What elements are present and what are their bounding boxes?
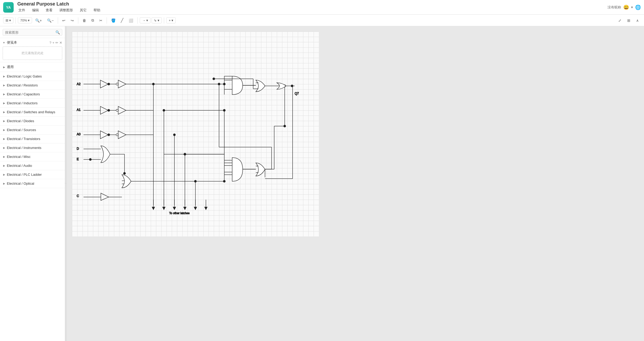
undo-button[interactable]: ↩: [60, 17, 67, 24]
zoom-in-button[interactable]: 🔍+: [33, 17, 44, 24]
insert-icon: +: [169, 18, 171, 22]
category-arrow-7: ▶: [3, 128, 5, 131]
search-input-wrap[interactable]: 🔍: [3, 29, 62, 36]
menu-view[interactable]: 查看: [45, 7, 54, 13]
title-area: General Purpose Latch 文件 编辑 查看 调整图形 其它 帮…: [17, 1, 607, 13]
sidebar-item-11[interactable]: ▶Electrical / Audio: [0, 161, 65, 170]
j-560-200: [218, 83, 220, 85]
or-gate-de: [101, 146, 110, 163]
insert-selector[interactable]: + ▾: [166, 17, 176, 23]
waypoint-selector[interactable]: ↳ ▾: [152, 17, 162, 23]
fill-button[interactable]: 🪣: [109, 17, 118, 24]
sidebar-item-12[interactable]: ▶Electrical / PLC Ladder: [0, 170, 65, 179]
label-a1: A1: [77, 108, 81, 112]
sidebar-item-10[interactable]: ▶Electrical / Misc: [0, 152, 65, 161]
junction-e: [89, 158, 91, 161]
junction-a2-1: [108, 83, 110, 85]
sidebar-item-1[interactable]: ▶Electrical / Logic Gates: [0, 72, 65, 81]
notebook-edit-btn[interactable]: ✏: [55, 41, 58, 45]
user-dropdown-icon[interactable]: ▾: [631, 5, 633, 9]
sep2: [58, 17, 58, 24]
notebook-help-btn[interactable]: ?: [49, 41, 51, 45]
invert-a2: [116, 83, 118, 85]
arrow-3: [173, 207, 176, 210]
sidebar-item-2[interactable]: ▶Electrical / Resistors: [0, 81, 65, 90]
sidebar-item-6[interactable]: ▶Electrical / Diodes: [0, 117, 65, 126]
inv-buf-a0: [118, 131, 126, 139]
titlebar: YA General Purpose Latch 文件 编辑 查看 调整图形 其…: [0, 0, 644, 15]
or-gate-bottom: [256, 163, 265, 176]
label-d: D: [77, 147, 79, 151]
notebook-collapse-arrow[interactable]: ▼: [3, 41, 5, 44]
shape-list: ▶通用▶Electrical / Logic Gates▶Electrical …: [0, 62, 65, 341]
j-feedback: [284, 125, 286, 127]
menu-adjust[interactable]: 调整图形: [58, 7, 74, 13]
and-gate-2: [232, 158, 243, 181]
fullscreen-button[interactable]: ⤢: [616, 17, 624, 24]
search-icon[interactable]: 🔍: [55, 30, 60, 34]
buffer-c: [101, 193, 109, 200]
menu-other[interactable]: 其它: [79, 7, 88, 13]
user-area[interactable]: 没有昵称 😀 ▾ 🌐: [607, 4, 641, 10]
frame-button[interactable]: ⬜: [127, 17, 135, 24]
category-arrow-9: ▶: [3, 146, 5, 149]
sidebar-item-5[interactable]: ▶Electrical / Switches and Relays: [0, 108, 65, 117]
language-icon[interactable]: 🌐: [635, 4, 641, 10]
sep1: [15, 17, 16, 24]
canvas[interactable]: A2 A1 A0 D E C Q7: [72, 32, 319, 236]
fullscreen-area: ⤢ ⊞ ∧: [616, 17, 641, 24]
or-gate-lower: [122, 175, 131, 188]
j-540-180: [213, 78, 215, 80]
zoom-out-button[interactable]: 🔍−: [45, 17, 56, 24]
connector-selector[interactable]: → ▾: [140, 17, 150, 23]
sidebar-item-9[interactable]: ▶Electrical / Instruments: [0, 143, 65, 152]
redo-button[interactable]: ↪: [69, 17, 76, 24]
label-a2: A2: [77, 82, 81, 86]
menu-bar: 文件 编辑 查看 调整图形 其它 帮助: [17, 7, 607, 13]
line-icon: ╱: [121, 18, 123, 23]
junction-lower-v: [123, 172, 126, 174]
sidebar-item-3[interactable]: ▶Electrical / Capacitors: [0, 90, 65, 99]
menu-file[interactable]: 文件: [17, 7, 26, 13]
category-label-7: Electrical / Sources: [7, 128, 36, 132]
sidebar-item-8[interactable]: ▶Electrical / Transistors: [0, 135, 65, 143]
circuit-diagram: A2 A1 A0 D E C Q7: [72, 32, 319, 236]
canvas-area[interactable]: A2 A1 A0 D E C Q7: [67, 26, 644, 341]
zoom-level: 70%: [20, 18, 27, 22]
notebook-add-btn[interactable]: +: [52, 41, 54, 45]
cut-button[interactable]: ✂: [97, 17, 105, 24]
collapse-button[interactable]: ∧: [634, 17, 641, 24]
menu-edit[interactable]: 编辑: [31, 7, 40, 13]
window-button[interactable]: ⊞: [625, 17, 632, 24]
line-color-button[interactable]: ╱: [119, 17, 126, 24]
inv-buf-a1: [118, 106, 126, 114]
sep6: [164, 17, 164, 24]
invert-a0: [116, 134, 118, 136]
category-label-1: Electrical / Logic Gates: [7, 74, 42, 78]
category-label-10: Electrical / Misc: [7, 155, 30, 159]
category-label-2: Electrical / Resistors: [7, 83, 38, 87]
sidebar-item-13[interactable]: ▶Electrical / Optical: [0, 179, 65, 188]
search-input[interactable]: [5, 30, 55, 34]
menu-help[interactable]: 帮助: [92, 7, 101, 13]
app-title: General Purpose Latch: [17, 1, 607, 7]
category-arrow-3: ▶: [3, 93, 5, 96]
arrow-6: [205, 207, 207, 210]
notebook-actions: ? + ✏ ✕: [49, 41, 62, 45]
copy-button[interactable]: ⧉: [89, 17, 96, 24]
j-580-200: [223, 83, 225, 85]
buffer-a2: [100, 80, 108, 88]
notebook-close-btn[interactable]: ✕: [59, 41, 62, 45]
toolbar: ⊞ ▾ 70% ▾ 🔍+ 🔍− ↩ ↪ 🗑 ⧉ ✂ 🪣 ╱ ⬜ → ▾ ↳ ▾ …: [0, 15, 644, 26]
shape-picker[interactable]: ⊞ ▾: [3, 17, 13, 23]
svg-point-67: [184, 153, 186, 155]
connector-icon: →: [142, 18, 146, 22]
sidebar-item-7[interactable]: ▶Electrical / Sources: [0, 126, 65, 135]
sidebar: 🔍 ▼ 便笺本 ? + ✏ ✕ 把元素拖至此处 ▶通用▶Electrical /…: [0, 26, 65, 341]
sidebar-item-0[interactable]: ▶通用: [0, 62, 65, 72]
to-other-latches-label: To other latches: [169, 211, 190, 215]
category-arrow-8: ▶: [3, 137, 5, 140]
delete-button[interactable]: 🗑: [80, 17, 88, 24]
sidebar-item-4[interactable]: ▶Electrical / Inductors: [0, 99, 65, 108]
zoom-selector[interactable]: 70% ▾: [18, 17, 32, 23]
